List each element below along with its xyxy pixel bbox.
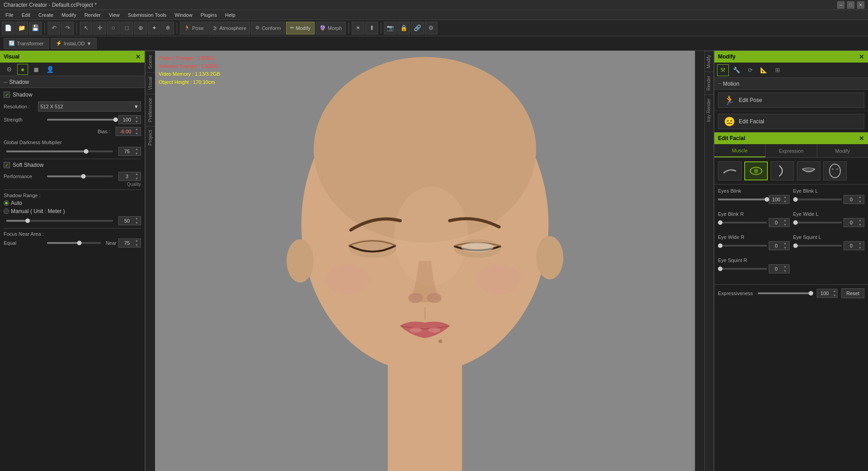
expression-tab[interactable]: Expression — [766, 144, 817, 157]
modify-button[interactable]: ✏ Modify — [286, 22, 315, 34]
shadow-range-spinbox[interactable]: 50 ▲ ▼ — [118, 216, 141, 225]
menu-create[interactable]: Create — [35, 11, 57, 19]
eye-blink-l-up[interactable]: ▲ — [858, 195, 864, 199]
expressiveness-down[interactable]: ▼ — [832, 293, 837, 298]
eye-squint-l-spinbox[interactable]: 0 ▲ ▼ — [844, 241, 864, 250]
menu-submission-tools[interactable]: Submission Tools — [124, 11, 170, 19]
conform-button[interactable]: ⚙ Conform — [251, 22, 285, 34]
expressiveness-track[interactable] — [758, 292, 813, 294]
eye-wide-l-spinbox[interactable]: 0 ▲ ▼ — [844, 218, 864, 227]
visual-tab-shading[interactable]: ● — [17, 64, 28, 75]
minimize-button[interactable]: ─ — [837, 1, 844, 9]
modify-tab-grid[interactable]: ⊞ — [771, 64, 783, 76]
scene-tab[interactable]: Scene — [145, 51, 155, 73]
eye-wide-r-up[interactable]: ▲ — [784, 241, 789, 246]
focus-near-up[interactable]: ▲ — [135, 238, 141, 243]
eye-squint-r-track[interactable] — [718, 268, 767, 270]
eye-wide-r-spinbox[interactable]: 0 ▲ ▼ — [769, 241, 790, 250]
strength-track[interactable] — [47, 119, 116, 121]
soft-shadow-checkbox[interactable]: ✓ — [4, 162, 10, 168]
shadow-checkbox[interactable]: ✓ — [4, 92, 10, 98]
eye-blink-l-thumb[interactable] — [793, 197, 798, 202]
visual-side-tab[interactable]: Visual — [145, 73, 155, 94]
eye-blink-r-thumb[interactable] — [718, 220, 723, 225]
edit-facial-button[interactable]: 😐 Edit Facial — [718, 114, 864, 129]
performance-down[interactable]: ▼ — [135, 176, 141, 181]
modify-tab-tools[interactable]: ⚒ — [717, 64, 729, 76]
modify-tab-settings[interactable]: 🔧 — [731, 64, 742, 76]
eye-squint-l-thumb[interactable] — [793, 243, 798, 248]
viewport[interactable]: Project Triangle : 130556 Selected Trian… — [155, 51, 695, 471]
close-button[interactable]: ✕ — [857, 1, 864, 9]
menu-modify[interactable]: Modify — [58, 11, 80, 19]
focus-near-spinbox[interactable]: 75 ▲ ▼ — [118, 238, 141, 248]
eyes-blink-thumb[interactable] — [765, 197, 769, 202]
motion-collapse-icon[interactable]: ─ — [718, 81, 721, 86]
shadow-range-manual-radio[interactable] — [4, 209, 9, 214]
move-tool[interactable]: ✛ — [93, 22, 106, 34]
modify-tab-measure[interactable]: 📐 — [758, 64, 770, 76]
global-darkness-up[interactable]: ▲ — [135, 147, 141, 151]
visual-tab-settings[interactable]: ⚙ — [4, 64, 15, 75]
scale-tool[interactable]: □ — [121, 22, 133, 34]
expressiveness-up[interactable]: ▲ — [832, 289, 837, 293]
eye-blink-l-down[interactable]: ▼ — [858, 199, 864, 204]
eyes-blink-track[interactable] — [718, 199, 767, 200]
link-button[interactable]: 🔗 — [411, 22, 424, 34]
eye-squint-l-track[interactable] — [793, 245, 842, 247]
bias-up[interactable]: ▲ — [135, 127, 141, 131]
transformer-button[interactable]: 🔄 Transformer — [4, 38, 49, 49]
bias-down[interactable]: ▼ — [135, 131, 141, 136]
menu-file[interactable]: File — [2, 11, 17, 19]
modify-close-button[interactable]: ✕ — [859, 53, 864, 60]
eyes-blink-down[interactable]: ▼ — [784, 199, 789, 204]
menu-edit[interactable]: Edit — [18, 11, 34, 19]
redo-button[interactable]: ↷ — [61, 22, 74, 34]
strength-down[interactable]: ▼ — [135, 120, 141, 124]
iray-render-vertical-tab[interactable]: Iray Render — [705, 94, 713, 126]
shadow-range-auto-radio[interactable] — [4, 200, 9, 206]
render-button[interactable]: ☀ — [352, 22, 364, 34]
eyes-blink-up[interactable]: ▲ — [784, 195, 789, 199]
project-tab[interactable]: Project — [145, 126, 155, 149]
strength-thumb[interactable] — [113, 117, 118, 122]
render-vertical-tab[interactable]: Render — [705, 72, 713, 94]
render-up-button[interactable]: ⬆ — [365, 22, 378, 34]
eye-wide-r-thumb[interactable] — [718, 243, 723, 248]
focus-near-track[interactable] — [47, 242, 101, 244]
settings-button[interactable]: ⚙ — [425, 22, 437, 34]
bias-spinbox[interactable]: -6.00 ▲ ▼ — [116, 127, 141, 136]
resolution-dropdown[interactable]: 512 X 512 ▼ — [38, 102, 141, 112]
global-darkness-thumb[interactable] — [84, 149, 88, 154]
transform-tool[interactable]: ⊕ — [134, 22, 147, 34]
eye-wide-l-track[interactable] — [793, 222, 842, 223]
edit-facial-close-button[interactable]: ✕ — [859, 135, 864, 142]
shadow-range-up[interactable]: ▲ — [135, 216, 141, 221]
eye-wide-r-track[interactable] — [718, 245, 767, 247]
morph-button[interactable]: 🔮 Morph — [315, 22, 346, 34]
eye-squint-r-thumb[interactable] — [718, 267, 723, 271]
eyes-blink-spinbox[interactable]: 100 ▲ ▼ — [769, 195, 790, 204]
edit-pose-button[interactable]: 🏃 Edit Pose — [718, 92, 864, 108]
preference-tab[interactable]: Preference — [145, 94, 155, 126]
visual-close-button[interactable]: ✕ — [136, 53, 141, 60]
brow-icon-btn[interactable] — [718, 161, 742, 180]
rotate-tool[interactable]: ○ — [107, 22, 120, 34]
new-button[interactable]: 📄 — [2, 22, 15, 34]
menu-plugins[interactable]: Plugins — [197, 11, 220, 19]
global-darkness-down[interactable]: ▼ — [135, 151, 141, 156]
eye-icon-btn[interactable] — [744, 161, 768, 180]
pose-button[interactable]: 🏃 Pose — [180, 22, 208, 34]
cheek-icon-btn[interactable] — [771, 161, 794, 180]
eye-squint-l-down[interactable]: ▼ — [858, 246, 864, 250]
eye-blink-l-spinbox[interactable]: 0 ▲ ▼ — [844, 195, 864, 204]
atmosphere-button[interactable]: 🌫 Atmosphere — [209, 22, 250, 34]
performance-thumb[interactable] — [81, 174, 86, 179]
shadow-range-track[interactable] — [6, 220, 113, 222]
shadow-range-down[interactable]: ▼ — [135, 221, 141, 225]
menu-view[interactable]: View — [105, 11, 123, 19]
maximize-button[interactable]: □ — [847, 1, 854, 9]
expressiveness-spinbox[interactable]: 100 ▲ ▼ — [817, 289, 838, 298]
face-icon-btn[interactable] — [823, 161, 847, 180]
eye-blink-r-down[interactable]: ▼ — [784, 223, 789, 227]
